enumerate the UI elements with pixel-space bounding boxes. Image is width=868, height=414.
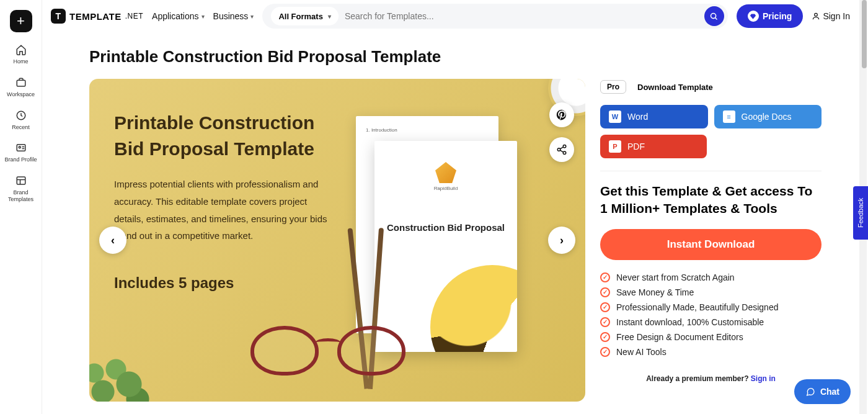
pricing-button[interactable]: Pricing (737, 4, 803, 28)
sidebar-item-label: Brand Templates (2, 189, 40, 203)
nav-label: Business (213, 11, 249, 21)
chat-button[interactable]: Chat (794, 379, 851, 404)
pdf-icon: P (609, 140, 621, 153)
share-button[interactable] (549, 137, 574, 162)
nav-business[interactable]: Business▾ (213, 11, 254, 21)
gem-icon (748, 11, 759, 22)
search-button[interactable] (704, 6, 724, 26)
divider (600, 171, 822, 171)
download-pdf-button[interactable]: PPDF (600, 135, 707, 158)
doc-decor-swirl (430, 265, 517, 352)
benefit-item: ✓Never start from Scratch Again (600, 272, 822, 282)
page-title: Printable Construction Bid Proposal Temp… (89, 47, 822, 66)
search-bar: All Formats▾ (262, 4, 728, 29)
svg-point-9 (563, 151, 566, 155)
search-input[interactable] (345, 11, 698, 21)
download-googledocs-button[interactable]: ≡Google Docs (714, 105, 822, 128)
briefcase-icon (15, 76, 27, 89)
svg-point-8 (557, 148, 560, 151)
logo-text: TEMPLATE (69, 11, 122, 22)
check-icon: ✓ (600, 317, 610, 327)
signin-inline-link[interactable]: Sign in (751, 374, 776, 383)
preview-title: Printable Construction Bid Proposal Temp… (114, 110, 337, 162)
sidebar-item-brand-profile[interactable]: Brand Profile (2, 142, 40, 163)
page-scrollbar-thumb[interactable] (862, 0, 867, 68)
svg-point-3 (19, 146, 20, 148)
template-preview: Printable Construction Bid Proposal Temp… (89, 79, 585, 402)
svg-rect-4 (17, 177, 25, 184)
chevron-down-icon: ▾ (328, 13, 331, 20)
svg-point-5 (711, 13, 716, 18)
doc-brand-name: RapidBuild (434, 186, 458, 191)
format-label: Google Docs (742, 112, 792, 122)
benefit-item: ✓Save Money & Time (600, 287, 822, 297)
nav-applications[interactable]: Applications▾ (152, 11, 205, 21)
sidebar-item-home[interactable]: Home (2, 43, 40, 65)
nav-label: Applications (152, 11, 199, 21)
instant-download-button[interactable]: Instant Download (600, 229, 822, 260)
check-icon: ✓ (600, 272, 610, 282)
benefit-text: Free Design & Document Editors (616, 332, 743, 342)
sidebar-item-recent[interactable]: Recent (2, 109, 40, 131)
benefit-item: ✓New AI Tools (600, 347, 822, 357)
sidebar-item-label: Home (13, 58, 28, 65)
signin-label: Sign In (823, 11, 850, 21)
clock-icon (15, 109, 27, 122)
doc-back-heading: 1. Introduction (366, 127, 397, 133)
benefit-item: ✓Free Design & Document Editors (600, 332, 822, 342)
benefit-text: Professionally Made, Beautifully Designe… (616, 302, 778, 312)
logo[interactable]: T TEMPLATE.NET (51, 9, 143, 24)
benefit-text: New AI Tools (616, 347, 666, 357)
chat-icon (805, 387, 815, 397)
check-icon: ✓ (600, 332, 610, 342)
pricing-label: Pricing (763, 11, 792, 21)
benefit-item: ✓Professionally Made, Beautifully Design… (600, 302, 822, 312)
decor-plant (89, 340, 164, 402)
gdocs-icon: ≡ (723, 110, 735, 123)
feedback-label: Feedback (857, 198, 864, 228)
pinterest-button[interactable] (549, 102, 574, 127)
preview-description: Impress potential clients with professio… (114, 176, 337, 245)
sidebar-item-workspace[interactable]: Workspace (2, 76, 40, 98)
carousel-next-button[interactable]: › (548, 227, 575, 254)
access-heading: Get this Template & Get access To 1 Mill… (600, 182, 822, 218)
carousel-prev-button[interactable]: ‹ (99, 227, 126, 254)
instant-download-label: Instant Download (667, 238, 755, 251)
chevron-down-icon: ▾ (250, 13, 254, 20)
home-icon (15, 43, 27, 56)
pro-badge: Pro (600, 80, 626, 94)
logo-mark-icon: T (51, 9, 66, 24)
svg-point-7 (563, 145, 566, 148)
svg-rect-0 (17, 80, 25, 86)
sidebar-item-brand-templates[interactable]: Brand Templates (2, 174, 40, 203)
user-icon (812, 12, 820, 20)
signin-link[interactable]: Sign In (812, 11, 850, 21)
left-sidebar: + Home Workspace Recent Brand Profile Br… (0, 0, 42, 414)
sidebar-item-label: Brand Profile (4, 156, 37, 163)
check-icon: ✓ (600, 347, 610, 357)
decor-glasses (250, 321, 424, 389)
benefits-list: ✓Never start from Scratch Again ✓Save Mo… (600, 272, 822, 357)
download-word-button[interactable]: WWord (600, 105, 708, 128)
feedback-tab[interactable]: Feedback (853, 186, 868, 240)
doc-brand-icon (435, 162, 456, 183)
svg-point-6 (815, 13, 818, 16)
layout-icon (15, 174, 27, 187)
top-header: T TEMPLATE.NET Applications▾ Business▾ A… (42, 0, 859, 32)
chevron-down-icon: ▾ (202, 13, 205, 20)
benefit-text: Never start from Scratch Again (616, 272, 735, 282)
create-new-button[interactable]: + (10, 10, 32, 32)
svg-rect-2 (17, 145, 25, 151)
format-label: Word (627, 112, 648, 122)
download-template-label: Download Template (637, 83, 713, 92)
id-card-icon (15, 142, 27, 154)
logo-suffix: .NET (125, 12, 143, 20)
benefit-text: Instant download, 100% Customisable (616, 317, 764, 327)
benefit-item: ✓Instant download, 100% Customisable (600, 317, 822, 327)
benefit-text: Save Money & Time (616, 287, 694, 297)
format-label: PDF (627, 142, 645, 151)
check-icon: ✓ (600, 302, 610, 312)
doc-cover-title: Construction Bid Proposal (387, 222, 505, 233)
formats-filter[interactable]: All Formats▾ (271, 7, 339, 25)
word-icon: W (609, 110, 621, 123)
